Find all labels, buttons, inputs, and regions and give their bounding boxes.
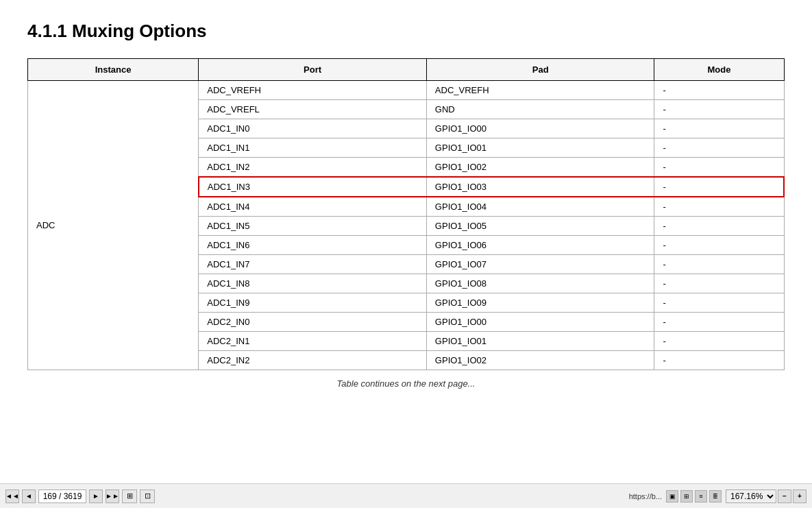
cell-mode: - [654, 313, 784, 332]
main-content: 4.1.1 Muxing Options Instance Port Pad M… [0, 0, 812, 402]
cell-mode: - [654, 274, 784, 293]
cell-port: ADC1_IN9 [199, 293, 427, 313]
cell-mode: - [654, 177, 784, 197]
cell-port: ADC1_IN5 [199, 217, 427, 236]
cell-port: ADC1_IN0 [199, 119, 427, 138]
cell-pad: GPIO1_IO06 [426, 236, 654, 255]
cell-pad: GPIO1_IO01 [426, 332, 654, 351]
cell-mode: - [654, 351, 784, 370]
cell-mode: - [654, 236, 784, 255]
col-header-pad: Pad [426, 59, 654, 81]
col-header-mode: Mode [654, 59, 784, 81]
cell-pad: GPIO1_IO04 [426, 197, 654, 217]
cell-instance: ADC [28, 81, 199, 370]
cell-port: ADC_VREFH [199, 81, 427, 100]
cell-mode: - [654, 255, 784, 274]
cell-port: ADC1_IN7 [199, 255, 427, 274]
cell-mode: - [654, 158, 784, 178]
table-header-row: Instance Port Pad Mode [28, 59, 785, 81]
cell-mode: - [654, 217, 784, 236]
cell-port: ADC2_IN0 [199, 313, 427, 332]
cell-pad: GPIO1_IO00 [426, 313, 654, 332]
table-note: Table continues on the next page... [27, 378, 785, 389]
cell-port: ADC1_IN4 [199, 197, 427, 217]
cell-port: ADC1_IN6 [199, 236, 427, 255]
cell-pad: ADC_VREFH [426, 81, 654, 100]
cell-pad: GPIO1_IO00 [426, 119, 654, 138]
cell-pad: GPIO1_IO01 [426, 138, 654, 158]
cell-port: ADC_VREFL [199, 100, 427, 119]
cell-port: ADC1_IN2 [199, 158, 427, 178]
cell-port: ADC1_IN8 [199, 274, 427, 293]
cell-mode: - [654, 119, 784, 138]
cell-pad: GPIO1_IO05 [426, 217, 654, 236]
col-header-port: Port [199, 59, 427, 81]
cell-pad: GPIO1_IO02 [426, 351, 654, 370]
cell-pad: GPIO1_IO07 [426, 255, 654, 274]
cell-pad: GPIO1_IO02 [426, 158, 654, 178]
cell-port: ADC2_IN2 [199, 351, 427, 370]
cell-mode: - [654, 138, 784, 158]
col-header-instance: Instance [28, 59, 199, 81]
cell-mode: - [654, 81, 784, 100]
muxing-options-table: Instance Port Pad Mode ADCADC_VREFHADC_V… [27, 58, 785, 370]
cell-mode: - [654, 332, 784, 351]
cell-pad: GPIO1_IO08 [426, 274, 654, 293]
table-row: ADCADC_VREFHADC_VREFH- [28, 81, 785, 100]
cell-port: ADC2_IN1 [199, 332, 427, 351]
cell-pad: GND [426, 100, 654, 119]
cell-mode: - [654, 293, 784, 313]
cell-mode: - [654, 197, 784, 217]
cell-pad: GPIO1_IO03 [426, 177, 654, 197]
cell-port: ADC1_IN1 [199, 138, 427, 158]
cell-port: ADC1_IN3 [199, 177, 427, 197]
page-title: 4.1.1 Muxing Options [27, 21, 785, 42]
cell-pad: GPIO1_IO09 [426, 293, 654, 313]
cell-mode: - [654, 100, 784, 119]
